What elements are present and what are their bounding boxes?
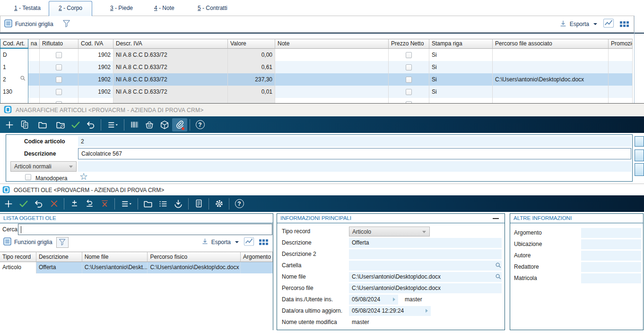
collapse-icon[interactable]: [493, 218, 499, 219]
tab-corpo[interactable]: 2 - Corpo: [49, 1, 92, 16]
col-header-na[interactable]: na: [28, 39, 40, 49]
grid-view-button[interactable]: [259, 239, 268, 245]
col-header-tipo-record[interactable]: Tipo record: [0, 252, 36, 262]
descrizione2-field[interactable]: [349, 249, 502, 259]
insert-row-button[interactable]: [67, 197, 82, 210]
open-recent-folder-button[interactable]: [53, 118, 68, 131]
codice-articolo-field[interactable]: 2: [78, 136, 631, 147]
rifiutato-checkbox[interactable]: [56, 64, 62, 70]
settings-gear-button[interactable]: [211, 197, 226, 210]
col-header-percorso[interactable]: Percorso file associato: [493, 39, 609, 49]
search-input[interactable]: [18, 224, 272, 235]
side-button[interactable]: [635, 136, 644, 147]
cartella-field[interactable]: [349, 261, 502, 271]
side-button[interactable]: [635, 149, 644, 161]
table-row[interactable]: D 1902 NI A.8 C.C D.633/72 0,00 Si: [0, 49, 633, 61]
anagrafiche-titlebar[interactable]: ANAGRAFICHE ARTICOLI <PROVACRM - AZIENDA…: [0, 104, 644, 116]
help-button[interactable]: ?: [232, 197, 247, 210]
filter-funnel-button[interactable]: [56, 237, 69, 248]
chart-view-button[interactable]: [603, 18, 614, 30]
data-aggiorn-field[interactable]: 05/08/2024 12:29:24: [349, 306, 431, 316]
matricola-field[interactable]: [581, 273, 641, 283]
table-row[interactable]: 130 1902 NI A.8 C.C D.633/72 0,01 Si: [0, 86, 633, 98]
row-search-icon[interactable]: [20, 74, 26, 86]
table-row-partial[interactable]: [0, 98, 633, 103]
new-button[interactable]: [1, 197, 16, 210]
tab-contratti[interactable]: 5 - Contratti: [188, 1, 237, 16]
funzioni-griglia-button[interactable]: Funzioni griglia: [3, 237, 52, 247]
export-button[interactable]: Esporta: [559, 19, 597, 29]
list-button[interactable]: [156, 197, 171, 210]
undo-button[interactable]: [31, 197, 46, 210]
col-header-argomento[interactable]: Argomento: [241, 252, 273, 262]
tipo-record-dropdown[interactable]: Articolo: [349, 227, 430, 237]
basket-button[interactable]: [142, 118, 157, 131]
tab-piede[interactable]: 3 - Piede: [101, 1, 142, 16]
open-folder-button[interactable]: [35, 118, 50, 131]
tipo-articolo-dropdown[interactable]: Articoli normali: [10, 161, 77, 172]
star-icon[interactable]: ☆: [79, 172, 88, 181]
undo-button[interactable]: [83, 118, 98, 131]
table-row[interactable]: 1 1902 NI A.8 C.C D.633/72 0,61 Si: [0, 61, 633, 73]
data-ins-field[interactable]: 05/08/2024: [349, 295, 398, 305]
delete-row-button[interactable]: [97, 197, 112, 210]
document-button[interactable]: [191, 197, 206, 210]
barcode-button[interactable]: [127, 118, 142, 131]
confirm-check-button[interactable]: [68, 118, 83, 131]
col-header-rifiutato[interactable]: Rifiutato: [40, 39, 78, 49]
download-button[interactable]: [171, 197, 186, 210]
copy-document-button[interactable]: [17, 118, 32, 131]
col-header-percorso-fisico[interactable]: Percorso fisico: [148, 252, 241, 262]
tipo-articolo-extra-field[interactable]: [78, 161, 631, 172]
col-header-promozione[interactable]: Promozione: [609, 39, 633, 49]
prezzo-netto-checkbox[interactable]: [406, 77, 412, 83]
col-header-nome-file[interactable]: Nome file: [82, 252, 148, 262]
ubicazione-field[interactable]: [581, 239, 641, 249]
prezzo-netto-checkbox[interactable]: [406, 64, 412, 70]
rifiutato-checkbox[interactable]: [56, 89, 62, 95]
col-header-note[interactable]: Note: [275, 39, 389, 49]
lista-row-selected[interactable]: Articolo Offerta C:\Users\antonio\Deskt.…: [0, 262, 273, 273]
menu-button[interactable]: [117, 197, 135, 210]
close-x-button[interactable]: [46, 197, 61, 210]
autore-field[interactable]: [581, 251, 641, 261]
col-header-stampa-riga[interactable]: Stampa riga: [429, 39, 493, 49]
package-button[interactable]: [157, 118, 172, 131]
new-button[interactable]: [2, 118, 17, 131]
prezzo-netto-checkbox[interactable]: [406, 52, 412, 58]
tab-testata[interactable]: 1 - Testata: [5, 1, 50, 16]
percorso-file-field[interactable]: C:\Users\antonio\Desktop\doc.docx: [349, 283, 502, 293]
export-button[interactable]: Esporta: [201, 237, 239, 247]
search-icon[interactable]: [495, 262, 502, 270]
grid-view-button[interactable]: [620, 21, 629, 27]
funzioni-griglia-button[interactable]: Funzioni griglia: [4, 19, 53, 29]
rifiutato-checkbox[interactable]: [56, 77, 62, 83]
table-row-selected[interactable]: 2 1902 NI A.8 C.C D.633/72 237,30 Si C:\…: [0, 73, 633, 86]
redattore-field[interactable]: [581, 262, 641, 272]
col-header-descrizione[interactable]: Descrizione: [36, 252, 82, 262]
prezzo-netto-checkbox[interactable]: [406, 89, 412, 95]
descrizione-input[interactable]: Calcolatrice 567: [78, 148, 631, 159]
manodopera-checkbox[interactable]: [25, 174, 31, 180]
nome-file-field[interactable]: C:\Users\antonio\Desktop\doc.docx: [349, 272, 502, 282]
open-folder-button[interactable]: [140, 197, 156, 210]
argomento-field[interactable]: [581, 228, 641, 238]
col-header-valore[interactable]: Valore: [228, 39, 275, 49]
menu-button[interactable]: [104, 118, 122, 131]
side-button[interactable]: [635, 163, 644, 176]
restore-row-button[interactable]: [82, 197, 97, 210]
col-header-descr-iva[interactable]: Descr. IVA: [113, 39, 228, 49]
rifiutato-checkbox[interactable]: [56, 52, 62, 58]
filter-funnel-icon[interactable]: [62, 19, 71, 30]
chart-view-button[interactable]: [244, 237, 254, 248]
search-icon[interactable]: [495, 273, 502, 281]
attachments-paperclip-button[interactable]: [172, 118, 187, 131]
col-header-prezzo-netto[interactable]: Prezzo Netto: [389, 39, 429, 49]
oggetti-titlebar[interactable]: OGGETTI OLE <PROVACRM - AZIENDA DI PROVA…: [0, 184, 644, 195]
descrizione-field[interactable]: Offerta: [349, 238, 502, 248]
tab-note[interactable]: 4 - Note: [145, 1, 184, 16]
col-header-cod-art[interactable]: Cod. Art.: [0, 39, 28, 49]
col-header-cod-iva[interactable]: Cod. IVA: [78, 39, 113, 49]
help-button[interactable]: ?: [192, 118, 208, 131]
confirm-check-button[interactable]: [16, 197, 31, 210]
